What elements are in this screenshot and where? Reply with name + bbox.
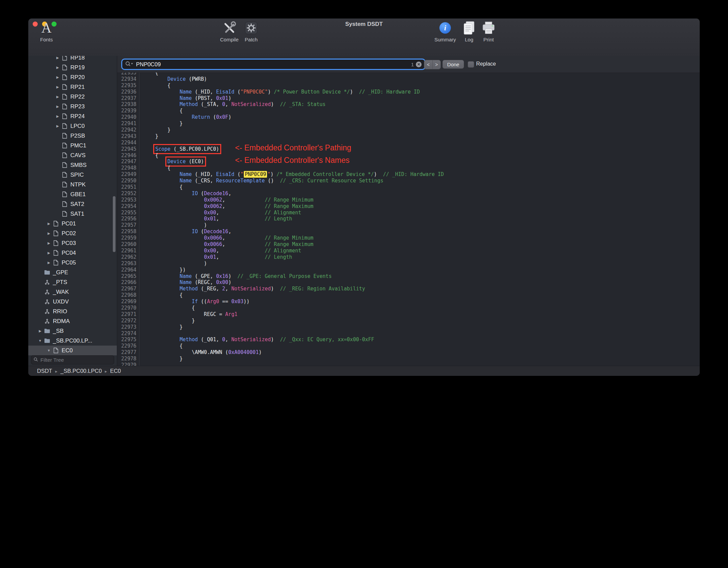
code-line[interactable]: 22952 IO (Decode16, xyxy=(117,190,700,197)
replace-checkbox[interactable] xyxy=(468,61,474,68)
sidebar-item-p2sb[interactable]: P2SB xyxy=(28,131,117,141)
code-line[interactable]: 22944 xyxy=(117,140,700,146)
code-line[interactable]: 22960 0x0066, // Range Maximum xyxy=(117,241,700,248)
sidebar-item-gbe1[interactable]: GBE1 xyxy=(28,189,117,199)
code-line[interactable]: 22940 Return (0x0F) xyxy=(117,114,700,120)
filter-tree-input[interactable] xyxy=(40,357,111,363)
disclosure-right-icon[interactable]: ▶ xyxy=(54,114,61,118)
disclosure-right-icon[interactable]: ▶ xyxy=(45,251,53,255)
disclosure-right-icon[interactable]: ▶ xyxy=(45,241,53,245)
sidebar-item-pc04[interactable]: ▶PC04 xyxy=(28,248,117,258)
sidebar-item-spic[interactable]: SPIC xyxy=(28,170,117,180)
titlebar[interactable]: System DSDT xyxy=(28,19,700,30)
disclosure-right-icon[interactable]: ▶ xyxy=(54,105,61,108)
disclosure-right-icon[interactable]: ▶ xyxy=(45,232,53,235)
code-line[interactable]: 22970 { xyxy=(117,305,700,311)
code-line[interactable]: 22969 If ((Arg0 == 0x03)) xyxy=(117,298,700,305)
code-line[interactable]: 22973 } xyxy=(117,324,700,330)
sidebar-item-rp24[interactable]: ▶RP24 xyxy=(28,111,117,121)
code-line[interactable]: 22933 { xyxy=(117,73,700,76)
sidebar-item-ec0[interactable]: ▼EC0 xyxy=(28,346,117,355)
disclosure-right-icon[interactable]: ▶ xyxy=(54,124,61,128)
sidebar-item-rp23[interactable]: ▶RP23 xyxy=(28,102,117,111)
disclosure-right-icon[interactable]: ▶ xyxy=(54,95,61,99)
filter-field[interactable] xyxy=(31,355,114,364)
sidebar-item-wak[interactable]: _WAK xyxy=(28,287,117,297)
code-line[interactable]: 22977 \AMW0.AMWN (0xA0040001) xyxy=(117,349,700,356)
sidebar-item-pts[interactable]: _PTS xyxy=(28,277,117,287)
sidebar-item-ntpk[interactable]: NTPK xyxy=(28,180,117,189)
code-line[interactable]: 22962 0x01, // Length xyxy=(117,254,700,260)
code-line[interactable]: 22965 Name (_GPE, 0x16) // _GPE: General… xyxy=(117,273,700,280)
sidebar-item-sb[interactable]: ▶_SB xyxy=(28,326,117,336)
find-next-button[interactable]: > xyxy=(432,60,441,69)
code-line[interactable]: 22949 Name (_HID, EisaId ("PNP0C09") /* … xyxy=(117,171,700,178)
code-line[interactable]: 22946 { xyxy=(117,152,700,159)
code-line[interactable]: 22954 0x0062, // Range Maximum xyxy=(117,203,700,210)
sidebar-item-rrio[interactable]: RRIO xyxy=(28,307,117,316)
disclosure-right-icon[interactable]: ▶ xyxy=(54,75,61,79)
sidebar-item-uxdv[interactable]: UXDV xyxy=(28,297,117,307)
done-button[interactable]: Done xyxy=(442,60,464,69)
sidebar-item-rp19[interactable]: ▶RP19 xyxy=(28,63,117,72)
code-line[interactable]: 22974 xyxy=(117,330,700,337)
sidebar-item-gpe[interactable]: _GPE xyxy=(28,268,117,277)
disclosure-down-icon[interactable]: ▼ xyxy=(45,349,53,352)
code-line[interactable]: 22957 ) xyxy=(117,222,700,228)
sidebar-item-rp18[interactable]: ▶RP18 xyxy=(28,56,117,63)
code-line[interactable]: 22955 0x00, // Alignment xyxy=(117,210,700,216)
code-line[interactable]: 22971 REGC = Arg1 xyxy=(117,311,700,318)
disclosure-right-icon[interactable]: ▶ xyxy=(36,329,44,333)
sidebar-item-sb-pc00-lp[interactable]: ▼_SB.PC00.LP... xyxy=(28,336,117,346)
sidebar-item-smbs[interactable]: SMBS xyxy=(28,160,117,170)
code-line[interactable]: 22976 { xyxy=(117,343,700,349)
code-line[interactable]: 22953 0x0062, // Range Minimum xyxy=(117,197,700,203)
sidebar-item-sat2[interactable]: SAT2 xyxy=(28,199,117,209)
sidebar-item-pc05[interactable]: ▶PC05 xyxy=(28,258,117,268)
sidebar-item-rp21[interactable]: ▶RP21 xyxy=(28,82,117,92)
patch-button[interactable]: Patch xyxy=(237,20,266,42)
print-button[interactable]: Print xyxy=(474,20,503,42)
search-icon[interactable] xyxy=(125,61,133,68)
code-line[interactable]: 22951 { xyxy=(117,184,700,190)
sidebar-item-pc01[interactable]: ▶PC01 xyxy=(28,219,117,228)
sidebar-item-pc03[interactable]: ▶PC03 xyxy=(28,238,117,248)
clear-search-icon[interactable]: ✕ xyxy=(416,62,422,67)
code-line[interactable]: 22964 }) xyxy=(117,267,700,273)
code-line[interactable]: 22945 Scope (_SB.PC00.LPC0)<- Embedded C… xyxy=(117,146,700,152)
code-line[interactable]: 22978 } xyxy=(117,356,700,362)
sidebar-item-rp20[interactable]: ▶RP20 xyxy=(28,72,117,82)
disclosure-right-icon[interactable]: ▶ xyxy=(54,66,61,69)
sidebar-item-pc02[interactable]: ▶PC02 xyxy=(28,228,117,238)
sidebar-item-sat1[interactable]: SAT1 xyxy=(28,209,117,219)
code-line[interactable]: 22939 { xyxy=(117,108,700,114)
code-line[interactable]: 22947 Device (EC0)<- Embedded Controller… xyxy=(117,158,700,165)
code-line[interactable]: 22961 0x00, // Alignment xyxy=(117,248,700,254)
code-line[interactable]: 22972 } xyxy=(117,318,700,324)
search-field[interactable]: 1 ✕ xyxy=(122,60,425,69)
search-input[interactable] xyxy=(135,61,409,68)
code-line[interactable]: 22959 0x0066, // Range Minimum xyxy=(117,235,700,241)
fonts-button[interactable]: A Fonts xyxy=(32,20,61,42)
code-line[interactable]: 22942 } xyxy=(117,127,700,133)
code-line[interactable]: 22934 Device (PWRB) xyxy=(117,76,700,82)
sidebar-item-rp22[interactable]: ▶RP22 xyxy=(28,92,117,102)
code-line[interactable]: 22967 Method (_REG, 2, NotSerialized) //… xyxy=(117,286,700,292)
code-line[interactable]: 22937 Name (PBST, 0x01) xyxy=(117,95,700,102)
code-line[interactable]: 22950 Name (_CRS, ResourceTemplate () //… xyxy=(117,178,700,184)
code-line[interactable]: 22941 } xyxy=(117,120,700,127)
code-line[interactable]: 22936 Name (_HID, EisaId ("PNP0C0C") /* … xyxy=(117,89,700,95)
sidebar-item-rdma[interactable]: RDMA xyxy=(28,316,117,326)
sidebar-item-pmc1[interactable]: PMC1 xyxy=(28,141,117,150)
code-line[interactable]: 22963 ) xyxy=(117,260,700,267)
code-line[interactable]: 22975 Method (_Q01, 0, NotSerialized) //… xyxy=(117,336,700,343)
disclosure-right-icon[interactable]: ▶ xyxy=(45,222,53,225)
sidebar-scrollbar[interactable] xyxy=(113,196,115,252)
code-line[interactable]: 22968 { xyxy=(117,292,700,298)
disclosure-right-icon[interactable]: ▶ xyxy=(45,261,53,264)
find-previous-button[interactable]: < xyxy=(424,60,432,69)
disclosure-right-icon[interactable]: ▶ xyxy=(54,56,61,60)
code-line[interactable]: 22938 Method (_STA, 0, NotSerialized) //… xyxy=(117,101,700,108)
code-line[interactable]: 22948 { xyxy=(117,165,700,171)
sidebar-item-cavs[interactable]: CAVS xyxy=(28,150,117,160)
